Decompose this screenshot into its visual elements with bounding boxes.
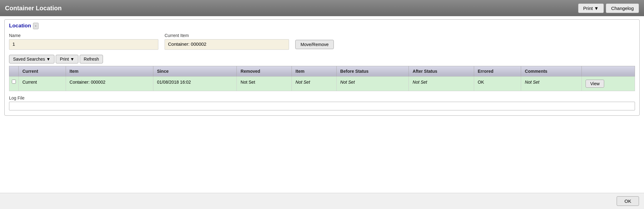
cell-current: Current	[19, 76, 66, 91]
col-comments: Comments	[521, 66, 582, 76]
checkbox-header	[9, 66, 19, 76]
cell-beforeStatus: Not Set	[336, 76, 409, 91]
name-label: Name	[9, 33, 158, 38]
col-removed: Removed	[237, 66, 292, 76]
name-group: Name 1	[9, 33, 158, 50]
view-button[interactable]: View	[586, 80, 604, 88]
collapse-button[interactable]: -	[33, 23, 39, 29]
current-item-label: Current Item	[165, 33, 289, 38]
log-file-section: Log File	[9, 95, 635, 110]
page-title: Container Location	[5, 5, 62, 12]
table-row: CurrentContainer: 00000201/08/2018 16:02…	[9, 76, 635, 91]
form-row: Name 1 Current Item Container: 000002 Mo…	[9, 33, 635, 50]
changelog-button[interactable]: Changelog	[606, 3, 639, 13]
log-file-input[interactable]	[9, 102, 635, 110]
col-after-status: After Status	[409, 66, 474, 76]
name-value: 1	[9, 39, 158, 50]
current-item-value: Container: 000002	[165, 39, 289, 50]
toolbar: Saved Searches ▼ Print ▼ Refresh	[9, 55, 635, 63]
location-section: Location - Name 1 Current Item Container…	[4, 19, 640, 116]
col-actions	[582, 66, 635, 76]
print-toolbar-button[interactable]: Print ▼	[56, 55, 78, 63]
ok-button[interactable]: OK	[617, 196, 639, 206]
table-header: Current Item Since Removed Item Before S…	[9, 66, 635, 76]
refresh-button[interactable]: Refresh	[80, 55, 103, 63]
col-item2: Item	[292, 66, 336, 76]
print-button[interactable]: Print ▼	[578, 3, 604, 13]
cell-afterStatus: Not Set	[409, 76, 474, 91]
cell-comments: Not Set	[521, 76, 582, 91]
cell-since: 01/08/2018 16:02	[153, 76, 237, 91]
view-cell: View	[582, 76, 635, 91]
cell-item: Container: 000002	[66, 76, 153, 91]
table-body: CurrentContainer: 00000201/08/2018 16:02…	[9, 76, 635, 91]
cell-errored: OK	[474, 76, 521, 91]
title-bar: Container Location Print ▼ Changelog	[0, 0, 644, 16]
cell-removed: Not Set	[237, 76, 292, 91]
history-table: Current Item Since Removed Item Before S…	[9, 66, 635, 91]
move-remove-button[interactable]: Move/Remove	[295, 40, 334, 49]
location-label: Location	[9, 23, 31, 29]
current-item-group: Current Item Container: 000002	[165, 33, 289, 50]
col-errored: Errored	[474, 66, 521, 76]
col-current: Current	[19, 66, 66, 76]
row-checkbox[interactable]	[12, 80, 16, 84]
log-file-label: Log File	[9, 95, 635, 100]
row-checkbox-cell	[9, 76, 19, 91]
col-since: Since	[153, 66, 237, 76]
main-content: Location - Name 1 Current Item Container…	[0, 16, 644, 193]
col-item: Item	[66, 66, 153, 76]
section-legend: Location -	[9, 23, 635, 29]
footer: OK	[0, 193, 644, 209]
saved-searches-button[interactable]: Saved Searches ▼	[9, 55, 54, 63]
col-before-status: Before Status	[336, 66, 409, 76]
title-bar-buttons: Print ▼ Changelog	[578, 3, 639, 13]
cell-item2: Not Set	[292, 76, 336, 91]
